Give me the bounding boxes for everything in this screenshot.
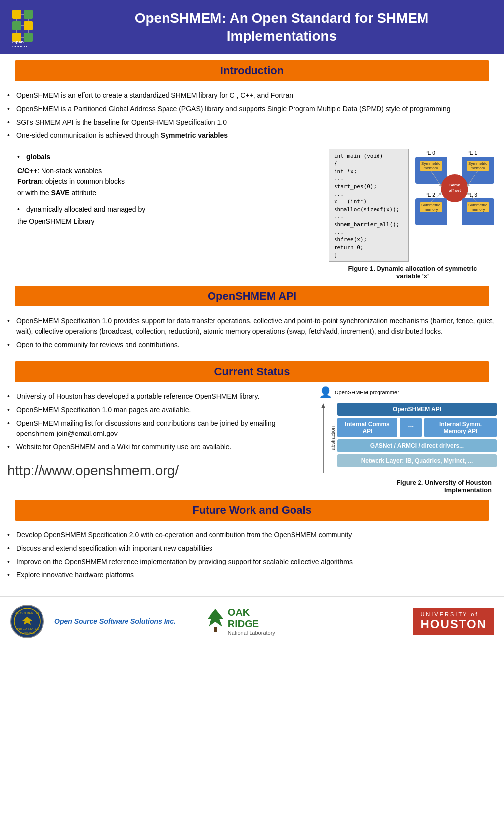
code-line-12: return 0;	[334, 244, 403, 251]
svg-text:Symmetric: Symmetric	[421, 161, 440, 166]
code-line-4: ...	[334, 175, 403, 182]
intro-sub-content: C/C++: Non-stack variables Fortran: obje…	[7, 165, 321, 198]
arch-layer-api: OpenSHMEM API	[337, 403, 497, 416]
svg-rect-51	[214, 627, 217, 632]
status-bullet-4: Website for OpenSHMEM and a Wiki for com…	[7, 440, 309, 454]
svg-text:UNITED STATES: UNITED STATES	[16, 627, 39, 630]
svg-text:OF AMERICA: OF AMERICA	[20, 631, 36, 634]
code-line-9: shmem_barrier_all();	[334, 221, 403, 228]
abstraction-arrow	[319, 401, 328, 475]
oak-ridge-tree-icon	[206, 608, 225, 635]
svg-marker-43	[321, 403, 325, 408]
future-bullet-list: Develop OpenSHMEM Specification 2.0 with…	[7, 524, 497, 586]
programmer-row: 👤 OpenSHMEM programmer	[319, 386, 497, 399]
header-title: OpenSHMEM: An Open Standard for SHMEM Im…	[69, 9, 494, 45]
svg-text:memory: memory	[471, 207, 485, 212]
arch-layer-dots: ...	[400, 418, 422, 437]
svg-text:memory: memory	[424, 207, 438, 212]
intro-bullet-list: OpenSHMEM is an effort to create a stand…	[7, 85, 497, 146]
svg-rect-5	[24, 33, 33, 42]
openshmem-logo: Open SHMEM	[10, 7, 59, 47]
svg-text:off-set: off-set	[449, 188, 461, 193]
arch-layer-symm: Internal Symm. Memory API	[424, 418, 497, 437]
intro-bullet-3: SGI's SHMEM API is the baseline for Open…	[7, 116, 497, 129]
national-lab-text: National Laboratory	[228, 630, 275, 636]
status-flex: University of Houston has developed a po…	[7, 386, 497, 494]
title-line2: Implementations	[227, 28, 336, 43]
intro-sub-list: globals	[7, 149, 321, 165]
intro-flex: globals C/C++: Non-stack variables Fortr…	[7, 149, 497, 280]
oak-text: OAK	[228, 607, 275, 618]
api-bullet-list: OpenSHMEM Specification 1.0 provides sup…	[7, 310, 497, 355]
openshmem-url: http://www.openshmem.org/	[7, 463, 309, 478]
page: Open SHMEM OpenSHMEM: An Open Standard f…	[0, 0, 504, 825]
svg-text:PE 2: PE 2	[424, 192, 435, 198]
intro-bullet-1: OpenSHMEM is an effort to create a stand…	[7, 89, 497, 102]
status-text: University of Houston has developed a po…	[7, 386, 309, 481]
arch-layer-gasnet: GASNet / ARMCI / direct drivers...	[337, 439, 497, 452]
status-header: Current Status	[15, 361, 489, 382]
status-bullet-2: OpenSHMEM Specification 1.0 man pages ar…	[7, 403, 309, 417]
code-line-1: int main (void)	[334, 152, 403, 160]
intro-figure: int main (void) { int *x; ... start_pes(…	[329, 149, 497, 280]
code-line-8: ...	[334, 213, 403, 220]
svg-text:Symmetric: Symmetric	[468, 161, 487, 166]
svg-rect-2	[12, 21, 21, 30]
future-header: Future Work and Goals	[15, 500, 489, 521]
pe-diagram: PE 0 PE 1 Symmetric memory Symme	[413, 149, 497, 230]
code-line-11: shfree(x);	[334, 236, 403, 243]
header: Open SHMEM OpenSHMEM: An Open Standard f…	[0, 0, 504, 54]
figure2-caption: Figure 2. University of Houston Implemen…	[319, 479, 497, 494]
svg-text:memory: memory	[471, 166, 485, 170]
intro-bullet-4: One-sided communication is achieved thro…	[7, 129, 497, 142]
svg-text:DEPARTMENT OF: DEPARTMENT OF	[15, 611, 40, 614]
api-header: OpenSHMEM API	[15, 286, 489, 306]
title-line1: OpenSHMEM: An Open Standard for SHMEM	[135, 10, 429, 26]
programmer-label: OpenSHMEM programmer	[335, 390, 399, 395]
svg-rect-3	[24, 21, 33, 30]
svg-text:Symmetric: Symmetric	[468, 203, 487, 207]
intro-text: globals C/C++: Non-stack variables Fortr…	[7, 149, 321, 225]
future-bullet-3: Improve on the OpenSHMEM reference imple…	[7, 555, 497, 568]
svg-text:memory: memory	[424, 166, 438, 170]
svg-text:SHMEM: SHMEM	[12, 45, 27, 47]
api-bullet-1: OpenSHMEM Specification 1.0 provides sup…	[7, 314, 497, 338]
status-section: Current Status University of Houston has…	[7, 361, 497, 494]
oak-ridge-text-block: OAK RIDGE National Laboratory	[228, 607, 275, 636]
arch-diagram-wrapper: abstraction OpenSHMEM API Internal Comms…	[319, 401, 497, 475]
uh-main-text: HOUSTON	[420, 617, 487, 631]
footer: DEPARTMENT OF UNITED STATES OF AMERICA O…	[0, 596, 504, 646]
svg-rect-0	[12, 10, 21, 19]
arch-layer-network: Network Layer: IB, Quadrics, Myrinet, ..…	[337, 454, 497, 467]
intro-bullet-2: OpenSHMEM is a Partitioned Global Addres…	[7, 102, 497, 116]
status-figure: 👤 OpenSHMEM programmer	[319, 386, 497, 494]
figure1-caption: Figure 1. Dynamic allocation of symmetri…	[329, 265, 497, 280]
abstraction-label-container: abstraction	[330, 401, 336, 475]
svg-marker-50	[208, 609, 223, 627]
arch-layers: OpenSHMEM API Internal Comms API ... Int…	[337, 401, 497, 475]
future-section: Future Work and Goals Develop OpenSHMEM …	[7, 500, 497, 586]
arch-layer-comms: Internal Comms API	[337, 418, 397, 437]
svg-text:PE 1: PE 1	[466, 150, 477, 156]
future-bullet-4: Explore innovative hardware platforms	[7, 568, 497, 582]
svg-text:Symmetric: Symmetric	[421, 203, 440, 207]
uh-top-text: UNIVERSITY of	[420, 611, 487, 617]
svg-text:PE 0: PE 0	[424, 150, 435, 156]
intro-section: Introduction OpenSHMEM is an effort to c…	[7, 60, 497, 280]
code-line-5: start_pes(0);	[334, 183, 403, 190]
api-section: OpenSHMEM API OpenSHMEM Specification 1.…	[7, 286, 497, 355]
intro-globals: globals	[17, 151, 321, 163]
future-bullet-1: Develop OpenSHMEM Specification 2.0 with…	[7, 528, 497, 542]
dod-logo: DEPARTMENT OF UNITED STATES OF AMERICA	[10, 604, 44, 639]
oak-ridge-logo: OAK RIDGE National Laboratory	[206, 607, 275, 636]
intro-dynamic-bullet: dynamically allocated and managed by	[17, 203, 321, 216]
intro-header: Introduction	[15, 60, 489, 81]
svg-text:Same: Same	[449, 183, 460, 187]
status-bullet-3: OpenSHMEM mailing list for discussions a…	[7, 417, 309, 440]
oss-label: Open Source Software Solutions Inc.	[54, 617, 176, 626]
programmer-icon: 👤	[319, 386, 332, 399]
intro-openshmem-lib: the OpenSHMEM Library	[7, 217, 321, 225]
ridge-text: RIDGE	[228, 618, 275, 630]
uh-logo: UNIVERSITY of HOUSTON	[413, 608, 494, 635]
code-line-13: }	[334, 251, 403, 259]
